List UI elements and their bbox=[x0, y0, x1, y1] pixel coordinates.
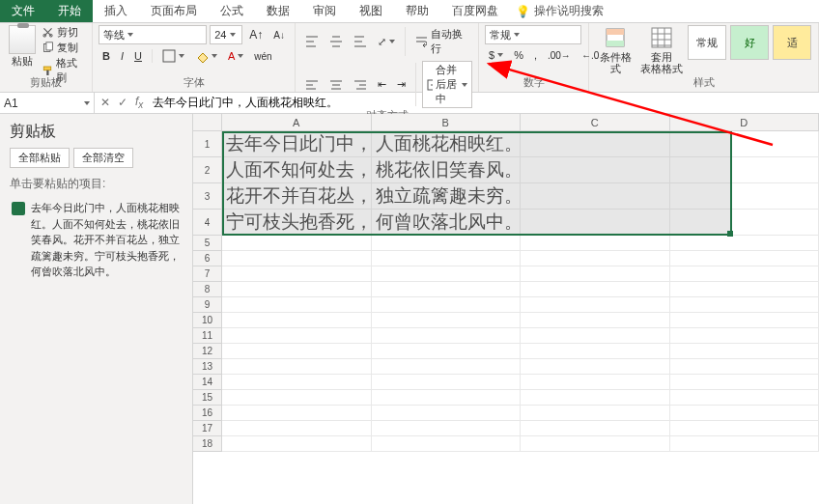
border-button[interactable] bbox=[158, 47, 188, 65]
percent-button[interactable]: % bbox=[510, 47, 527, 63]
cell[interactable] bbox=[222, 251, 372, 266]
row-header[interactable]: 1 bbox=[193, 131, 221, 157]
cell[interactable] bbox=[670, 390, 820, 405]
cell[interactable] bbox=[521, 183, 670, 209]
row-header[interactable]: 10 bbox=[193, 313, 221, 328]
cell[interactable] bbox=[670, 421, 820, 435]
cell[interactable] bbox=[670, 328, 820, 343]
cell[interactable] bbox=[521, 210, 670, 235]
tab-insert[interactable]: 插入 bbox=[93, 0, 139, 22]
cell[interactable] bbox=[521, 157, 670, 182]
row-header[interactable]: 8 bbox=[193, 282, 221, 297]
align-center-button[interactable] bbox=[325, 76, 347, 94]
format-as-table-button[interactable]: 套用 表格格式 bbox=[641, 25, 682, 74]
cell[interactable] bbox=[372, 359, 522, 374]
number-format-select[interactable]: 常规 bbox=[485, 25, 581, 44]
enter-icon[interactable]: ✓ bbox=[118, 96, 127, 109]
paste-all-button[interactable]: 全部粘贴 bbox=[10, 148, 70, 168]
cell[interactable] bbox=[521, 131, 670, 156]
paste-button[interactable]: 粘贴 bbox=[6, 25, 38, 75]
align-top-button[interactable] bbox=[301, 33, 323, 50]
accounting-format-button[interactable]: $ bbox=[485, 47, 507, 63]
fx-icon[interactable]: fx bbox=[135, 95, 143, 110]
cell[interactable]: 人面桃花相映红。 bbox=[372, 131, 522, 156]
cell[interactable]: 宁可枝头抱香死， bbox=[222, 210, 372, 235]
table-row[interactable] bbox=[222, 406, 819, 421]
row-header[interactable]: 7 bbox=[193, 266, 221, 282]
cell[interactable] bbox=[670, 131, 820, 156]
font-size-select[interactable]: 24 bbox=[210, 25, 242, 44]
row-header[interactable]: 18 bbox=[193, 436, 221, 452]
row-header[interactable]: 12 bbox=[193, 344, 221, 359]
align-left-button[interactable] bbox=[301, 76, 323, 94]
cell[interactable] bbox=[521, 328, 670, 343]
row-header[interactable]: 13 bbox=[193, 359, 221, 375]
row-header[interactable]: 14 bbox=[193, 375, 221, 390]
cell[interactable] bbox=[222, 390, 372, 405]
cell[interactable] bbox=[521, 236, 670, 250]
cell[interactable] bbox=[222, 236, 372, 250]
tab-home[interactable]: 开始 bbox=[46, 0, 93, 22]
col-header-D[interactable]: D bbox=[670, 114, 820, 130]
cell[interactable]: 花开不并百花丛， bbox=[222, 183, 372, 209]
cell[interactable] bbox=[372, 236, 522, 250]
row-header[interactable]: 2 bbox=[193, 157, 221, 183]
cell[interactable] bbox=[372, 375, 522, 389]
cell[interactable] bbox=[521, 421, 670, 435]
cell[interactable] bbox=[222, 313, 372, 327]
cell[interactable] bbox=[521, 359, 670, 374]
row-header[interactable]: 15 bbox=[193, 390, 221, 406]
cell[interactable] bbox=[670, 313, 820, 327]
tab-data[interactable]: 数据 bbox=[255, 0, 301, 22]
cell[interactable] bbox=[222, 282, 372, 296]
decrease-indent-button[interactable]: ⇤ bbox=[374, 76, 390, 93]
cell[interactable] bbox=[670, 236, 820, 250]
tab-page-layout[interactable]: 页面布局 bbox=[139, 0, 209, 22]
table-row[interactable] bbox=[222, 344, 819, 359]
cell[interactable] bbox=[670, 251, 820, 266]
cell[interactable] bbox=[521, 266, 670, 281]
copy-button[interactable]: 复制 bbox=[42, 41, 86, 55]
cell[interactable] bbox=[372, 436, 522, 451]
table-row[interactable]: 去年今日此门中，人面桃花相映红。 bbox=[222, 131, 819, 157]
table-row[interactable] bbox=[222, 266, 819, 282]
table-row[interactable] bbox=[222, 375, 819, 390]
increase-font-button[interactable]: A↑ bbox=[245, 26, 267, 43]
cell[interactable] bbox=[372, 282, 522, 296]
clear-all-button[interactable]: 全部清空 bbox=[73, 148, 133, 168]
table-row[interactable] bbox=[222, 328, 819, 344]
table-row[interactable] bbox=[222, 236, 819, 251]
table-row[interactable]: 花开不并百花丛，独立疏篱趣未穷。 bbox=[222, 183, 819, 210]
cell[interactable] bbox=[670, 436, 820, 451]
cell[interactable] bbox=[372, 297, 522, 312]
tab-review[interactable]: 审阅 bbox=[301, 0, 348, 22]
row-header[interactable]: 5 bbox=[193, 236, 221, 251]
fill-color-button[interactable] bbox=[191, 47, 221, 65]
table-row[interactable] bbox=[222, 282, 819, 297]
row-header[interactable]: 6 bbox=[193, 251, 221, 266]
table-row[interactable] bbox=[222, 297, 819, 313]
cell[interactable] bbox=[670, 157, 820, 182]
table-row[interactable]: 人面不知何处去，桃花依旧笑春风。 bbox=[222, 157, 819, 183]
cell[interactable] bbox=[222, 266, 372, 281]
orientation-button[interactable]: ⤢ bbox=[374, 34, 399, 50]
cell[interactable]: 人面不知何处去， bbox=[222, 157, 372, 182]
cell[interactable] bbox=[372, 344, 522, 358]
wrap-text-button[interactable]: 自动换行 bbox=[411, 25, 472, 58]
table-row[interactable] bbox=[222, 436, 819, 452]
cell[interactable] bbox=[670, 344, 820, 358]
cell[interactable] bbox=[670, 266, 820, 281]
italic-button[interactable]: I bbox=[117, 48, 127, 64]
cell[interactable] bbox=[670, 282, 820, 296]
align-bottom-button[interactable] bbox=[350, 33, 371, 50]
align-middle-button[interactable] bbox=[325, 33, 347, 50]
cell[interactable] bbox=[222, 406, 372, 420]
cell[interactable]: 独立疏篱趣未穷。 bbox=[372, 183, 522, 209]
select-all-corner[interactable] bbox=[193, 114, 222, 131]
spreadsheet-grid[interactable]: ABCD 123456789101112131415161718 去年今日此门中… bbox=[193, 114, 819, 504]
cell[interactable] bbox=[372, 313, 522, 327]
bold-button[interactable]: B bbox=[99, 48, 114, 64]
tab-help[interactable]: 帮助 bbox=[394, 0, 440, 22]
cell[interactable] bbox=[222, 359, 372, 374]
cancel-icon[interactable]: ✕ bbox=[100, 96, 110, 109]
